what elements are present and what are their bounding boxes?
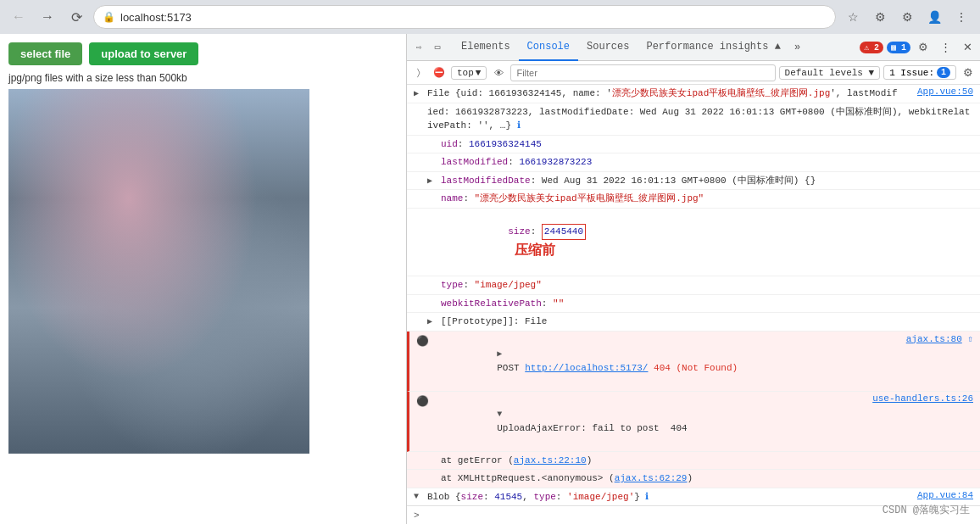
- console-line-proto-file: [[Prototype]]: File: [407, 313, 980, 332]
- select-file-button[interactable]: select file: [8, 42, 82, 65]
- triangle-icon[interactable]: [414, 492, 419, 501]
- spacer: [427, 278, 441, 293]
- triangle-icon[interactable]: [497, 348, 502, 360]
- web-toolbar: select file upload to server: [8, 42, 398, 65]
- image-preview: [8, 89, 309, 454]
- console-settings-button[interactable]: ⚙: [960, 64, 977, 81]
- ajax-link[interactable]: ajax.ts:80: [906, 334, 962, 344]
- menu-icon[interactable]: ⋮: [949, 5, 973, 29]
- settings-button[interactable]: ⚙: [914, 38, 933, 57]
- console-line-name: name: "漂亮少数民族美女ipad平板电脑壁纸_彼岸图网.jpg": [407, 190, 980, 209]
- tab-performance[interactable]: Performance insights ▲: [638, 34, 788, 61]
- browser-chrome: ← → ⟳ 🔒 localhost:5173 ☆ ⚙ ⚙ 👤 ⋮: [0, 0, 980, 34]
- extensions-icon[interactable]: ⚙: [868, 5, 892, 29]
- upload-error-source: use-handlers.ts:26: [866, 393, 973, 449]
- default-levels-button[interactable]: Default levels ▼: [779, 66, 881, 80]
- post-error-content: POST http://localhost:5173/ 404 (Not Fou…: [430, 333, 899, 389]
- clear-console-button[interactable]: 〉: [410, 64, 427, 81]
- tab-more[interactable]: »: [791, 38, 804, 57]
- upload-server-button[interactable]: upload to server: [89, 42, 198, 65]
- size-before-value: 2445440: [542, 224, 586, 240]
- console-line-lastmoddate: lastModifiedDate: Wed Aug 31 2022 16:01:…: [407, 172, 980, 191]
- spacer: [427, 155, 441, 170]
- web-page: select file upload to server jpg/png fil…: [0, 34, 407, 524]
- atxml-content: at XMLHttpRequest.<anonymous> (ajax.ts:6…: [441, 471, 973, 486]
- devtools-panel: ⇨ ▭ Elements Console Sources Performance…: [407, 34, 980, 524]
- console-line: File {uid: 1661936324145, name: '漂亮少数民族美…: [407, 85, 980, 103]
- url-text: localhost:5173: [120, 11, 192, 24]
- console-line-uid: uid: 1661936324145: [407, 136, 980, 154]
- back-button[interactable]: ←: [7, 5, 31, 29]
- expand-icon[interactable]: [427, 315, 441, 329]
- address-bar[interactable]: 🔒 localhost:5173: [93, 5, 836, 29]
- lastmod-content: lastModified: 1661932873223: [441, 155, 973, 170]
- triangle-icon[interactable]: [414, 88, 419, 98]
- context-arrow: ▼: [476, 68, 482, 78]
- blob-content: Blob {size: 41545, type: 'image/jpeg'} ℹ: [427, 490, 910, 504]
- watermark: CSDN @落魄实习生: [883, 503, 970, 517]
- close-button[interactable]: ✕: [958, 38, 977, 57]
- more-button[interactable]: ⋮: [936, 38, 955, 57]
- proto-file-content: [[Prototype]]: File: [441, 315, 973, 329]
- triangle-icon[interactable]: [427, 176, 432, 186]
- console-line-webkit: webkitRelativePath: "": [407, 295, 980, 314]
- error-icon2: ⚫: [416, 393, 430, 449]
- devtools-right-icons: ⚠ 2 ▩ 1 ⚙ ⋮ ✕: [860, 38, 977, 57]
- context-selector[interactable]: top ▼: [451, 66, 487, 80]
- eye-button[interactable]: 👁: [490, 64, 507, 81]
- type-content: type: "image/jpeg": [441, 278, 973, 293]
- expand-icon[interactable]: [414, 490, 427, 504]
- console-line-post-error: ⚫ POST http://localhost:5173/ 404 (Not F…: [407, 332, 980, 392]
- lastmoddate-content: lastModifiedDate: Wed Aug 31 2022 16:01:…: [441, 174, 973, 188]
- devtools-cursor-icon[interactable]: ⇨: [410, 39, 427, 56]
- puzzle-icon[interactable]: ⚙: [895, 5, 919, 29]
- console-toolbar: 〉 ⛔ top ▼ 👁 Default levels ▼ 1 Issue: 1 …: [407, 61, 980, 85]
- use-handlers-link[interactable]: use-handlers.ts:26: [872, 393, 973, 404]
- error-icon: ⚫: [416, 333, 430, 389]
- filter-input[interactable]: [510, 64, 775, 81]
- size-before-content: size: 2445440 压缩前: [441, 210, 973, 275]
- triangle-icon[interactable]: [497, 408, 502, 421]
- devtools-mobile-icon[interactable]: ▭: [429, 39, 446, 56]
- file-hint: jpg/png files with a size less than 500k…: [8, 72, 398, 84]
- issue-button[interactable]: 1 Issue: 1: [883, 65, 956, 80]
- nav-bar: ← → ⟳ 🔒 localhost:5173 ☆ ⚙ ⚙ 👤 ⋮: [0, 0, 980, 34]
- upload-error-content: UploadAjaxError: fail to post 404: [430, 393, 866, 449]
- spacer: [414, 105, 427, 133]
- forward-button[interactable]: →: [36, 5, 59, 29]
- ajax62-link[interactable]: ajax.ts:62:29: [615, 473, 688, 483]
- console-line-aterror: at getError (ajax.ts:22:10): [407, 452, 980, 471]
- before-compress-label: 压缩前: [515, 242, 555, 257]
- tab-elements[interactable]: Elements: [453, 34, 519, 61]
- log-source[interactable]: App.vue:50: [910, 86, 973, 101]
- ajax22-link[interactable]: ajax.ts:22:10: [514, 455, 587, 465]
- spacer: [427, 192, 441, 206]
- main-area: select file upload to server jpg/png fil…: [0, 34, 980, 524]
- tab-console[interactable]: Console: [519, 34, 578, 61]
- triangle-icon[interactable]: [427, 316, 432, 326]
- reload-button[interactable]: ⟳: [64, 5, 88, 29]
- tab-sources[interactable]: Sources: [578, 34, 638, 61]
- devtools-tab-icons: ⇨ ▭: [410, 39, 446, 56]
- error-badge: ⚠ 2: [860, 42, 883, 53]
- spacer: [427, 471, 441, 486]
- devtools-body: 〉 ⛔ top ▼ 👁 Default levels ▼ 1 Issue: 1 …: [407, 61, 980, 524]
- prompt-arrow: >: [414, 510, 420, 521]
- issue-count: 1: [937, 67, 950, 78]
- message-badge: ▩ 1: [887, 42, 910, 53]
- spacer: [427, 210, 441, 275]
- expand-icon[interactable]: [427, 174, 441, 188]
- image-content: [8, 89, 309, 454]
- log-content-cont: ied: 1661932873223, lastModifiedDate: We…: [427, 105, 973, 133]
- spacer: [427, 297, 441, 311]
- expand-icon[interactable]: [414, 86, 427, 101]
- bookmark-icon[interactable]: ☆: [841, 5, 865, 29]
- pause-button[interactable]: ⛔: [431, 64, 448, 81]
- post-url[interactable]: http://localhost:5173/: [525, 363, 648, 373]
- console-line-lastmod: lastModified: 1661932873223: [407, 153, 980, 172]
- spacer: [427, 137, 441, 152]
- devtools-tabbar: ⇨ ▭ Elements Console Sources Performance…: [407, 34, 980, 61]
- profile-icon[interactable]: 👤: [922, 5, 946, 29]
- console-line-size-before: size: 2445440 压缩前: [407, 209, 980, 277]
- blob-source[interactable]: App.vue:84: [910, 490, 973, 504]
